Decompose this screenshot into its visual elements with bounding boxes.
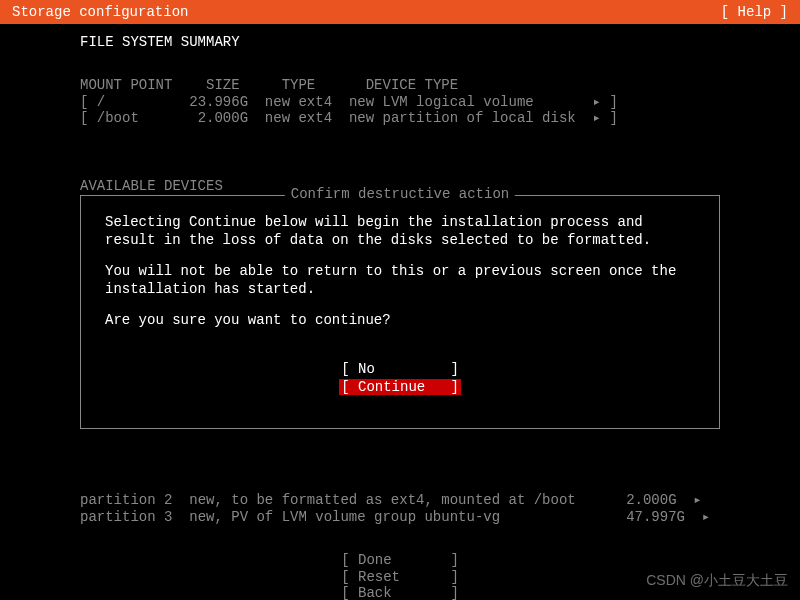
fs-row[interactable]: [ /boot 2.000G new ext4 new partition of… <box>80 110 618 126</box>
partition-list: partition 2 new, to be formatted as ext4… <box>80 475 750 525</box>
fs-summary-table: MOUNT POINT SIZE TYPE DEVICE TYPE [ / 23… <box>0 58 800 146</box>
dialog-text: Are you sure you want to continue? <box>105 312 695 330</box>
header-bar: Storage configuration [ Help ] <box>0 0 800 24</box>
fs-header-row: MOUNT POINT SIZE TYPE DEVICE TYPE <box>80 77 458 93</box>
chevron-right-icon: ▸ <box>693 492 701 508</box>
partition-row[interactable]: partition 3 new, PV of LVM volume group … <box>80 509 710 525</box>
no-button[interactable]: [ No ] <box>341 361 459 377</box>
chevron-right-icon: ▸ ] <box>593 110 618 126</box>
watermark: CSDN @小土豆大土豆 <box>646 572 788 590</box>
continue-button[interactable]: [ Continue ] <box>339 379 461 395</box>
page-title: Storage configuration <box>12 4 188 20</box>
reset-button[interactable]: [ Reset ] <box>341 569 459 585</box>
confirm-dialog: Confirm destructive action Selecting Con… <box>80 195 720 429</box>
back-button[interactable]: [ Back ] <box>341 585 459 600</box>
dialog-title: Confirm destructive action <box>285 186 515 202</box>
done-button[interactable]: [ Done ] <box>341 552 459 568</box>
dialog-text: You will not be able to return to this o… <box>105 263 695 298</box>
help-button[interactable]: [ Help ] <box>721 4 788 20</box>
fs-summary-title: FILE SYSTEM SUMMARY <box>0 32 800 52</box>
chevron-right-icon: ▸ ] <box>593 94 618 110</box>
dialog-text: Selecting Continue below will begin the … <box>105 214 695 249</box>
partition-row[interactable]: partition 2 new, to be formatted as ext4… <box>80 492 702 508</box>
fs-row[interactable]: [ / 23.996G new ext4 new LVM logical vol… <box>80 94 618 110</box>
footer-buttons: [ Done ] [ Reset ] [ Back ] <box>0 535 800 600</box>
chevron-right-icon: ▸ <box>702 509 710 525</box>
